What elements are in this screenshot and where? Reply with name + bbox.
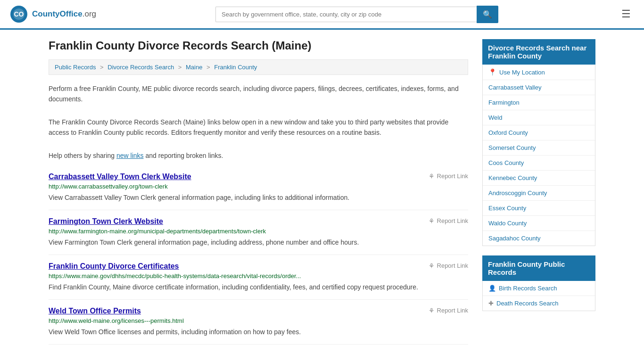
- result-header: Farmington Town Clerk Website ⚘ Report L…: [49, 217, 468, 226]
- breadcrumb: Public Records > Divorce Records Search …: [49, 59, 468, 75]
- sidebar-public-records-list: 👤 Birth Records Search ✚ Death Records S…: [482, 281, 595, 311]
- result-url-0: http://www.carrabassettvalley.org/town-c…: [49, 183, 468, 190]
- sidebar-nearby-item-8: Essex County: [483, 201, 595, 216]
- result-header: Weld Town Office Permits ⚘ Report Link: [49, 307, 468, 315]
- result-desc-3: View Weld Town Office licenses and permi…: [49, 327, 468, 337]
- breadcrumb-divorce-records[interactable]: Divorce Records Search: [107, 64, 174, 71]
- description-para3: Help others by sharing new links and rep…: [49, 150, 468, 161]
- breadcrumb-maine[interactable]: Maine: [186, 64, 202, 71]
- report-link-2[interactable]: ⚘ Report Link: [429, 262, 468, 270]
- result-item: Franklin County Divorce Certificates ⚘ R…: [49, 255, 468, 300]
- menu-button[interactable]: ☰: [618, 6, 635, 22]
- breadcrumb-sep-2: >: [178, 64, 183, 71]
- sidebar-nearby-item-5: Coos County: [483, 156, 595, 171]
- breadcrumb-sep-1: >: [100, 64, 105, 71]
- logo-text: CountyOffice.org: [32, 9, 96, 19]
- sidebar-nearby-item-7: Androscoggin County: [483, 186, 595, 201]
- sidebar-nearby-item-0: Carrabassett Valley: [483, 80, 595, 95]
- sidebar-nearby-links: Carrabassett ValleyFarmingtonWeldOxford …: [483, 80, 595, 246]
- sidebar-nearby-section: Divorce Records Search near Franklin Cou…: [482, 39, 595, 246]
- search-input[interactable]: [215, 7, 477, 22]
- result-url-2: https://www.maine.gov/dhhs/mecdc/public-…: [49, 272, 468, 280]
- report-label-3: Report Link: [437, 307, 468, 314]
- sidebar-public-records-header: Franklin County Public Records: [482, 255, 595, 281]
- result-url-3: http://www.weld-maine.org/licenses---per…: [49, 317, 468, 324]
- sidebar-nearby-item-3: Oxford County: [483, 125, 595, 140]
- sidebar-nearby-link-1[interactable]: Farmington: [488, 99, 520, 106]
- sidebar-public-records-links: 👤 Birth Records Search ✚ Death Records S…: [483, 281, 595, 311]
- sidebar-nearby-item-6: Kennebec County: [483, 171, 595, 186]
- result-desc-2: Find Franklin County, Maine divorce cert…: [49, 282, 468, 292]
- sidebar-pr-icon-0: 👤: [488, 285, 496, 292]
- sidebar-nearby-link-8[interactable]: Essex County: [488, 205, 526, 212]
- sidebar-nearby-link-4[interactable]: Somerset County: [488, 144, 536, 151]
- sidebar-nearby-link-6[interactable]: Kennebec County: [488, 174, 537, 181]
- result-desc-0: View Carrabassett Valley Town Clerk gene…: [49, 193, 468, 203]
- sidebar-nearby-item-2: Weld: [483, 110, 595, 125]
- logo[interactable]: CO CountyOffice.org: [9, 5, 96, 24]
- report-icon-1: ⚘: [429, 217, 435, 225]
- sidebar-pr-item-0: 👤 Birth Records Search: [483, 281, 595, 296]
- sidebar-nearby-header: Divorce Records Search near Franklin Cou…: [482, 39, 595, 65]
- report-label-2: Report Link: [437, 262, 468, 269]
- sidebar-nearby-link-9[interactable]: Waldo County: [488, 220, 527, 227]
- result-title-3[interactable]: Weld Town Office Permits: [49, 307, 141, 315]
- sidebar-nearby-item-1: Farmington: [483, 95, 595, 110]
- sidebar-nearby-link-0[interactable]: Carrabassett Valley: [488, 84, 541, 91]
- description-para1: Perform a free Franklin County, ME publi…: [49, 83, 468, 105]
- use-my-location-link[interactable]: Use My Location: [499, 69, 545, 76]
- result-title-2[interactable]: Franklin County Divorce Certificates: [49, 262, 179, 271]
- breadcrumb-franklin-county[interactable]: Franklin County: [214, 64, 257, 71]
- breadcrumb-sep-3: >: [206, 64, 212, 71]
- header: CO CountyOffice.org 🔍 ☰: [0, 0, 644, 30]
- main-container: Franklin County Divorce Records Search (…: [39, 30, 605, 354]
- logo-icon: CO: [9, 5, 28, 24]
- sidebar-pr-item-1: ✚ Death Records Search: [483, 296, 595, 311]
- new-links-link[interactable]: new links: [116, 152, 144, 159]
- sidebar-nearby-list: 📍 Use My Location Carrabassett ValleyFar…: [482, 65, 595, 246]
- report-icon-3: ⚘: [429, 307, 435, 314]
- result-header: Carrabassett Valley Town Clerk Website ⚘…: [49, 173, 468, 181]
- sidebar-nearby-link-3[interactable]: Oxford County: [488, 129, 528, 136]
- result-item: Carrabassett Valley Town Clerk Website ⚘…: [49, 165, 468, 210]
- result-header: Franklin County Divorce Certificates ⚘ R…: [49, 262, 468, 271]
- sidebar-pr-link-0[interactable]: Birth Records Search: [499, 285, 557, 292]
- search-area: 🔍: [215, 6, 498, 23]
- report-label-1: Report Link: [437, 217, 468, 224]
- svg-text:CO: CO: [14, 10, 24, 18]
- sidebar-pr-link-1[interactable]: Death Records Search: [496, 300, 559, 307]
- sidebar-nearby-link-10[interactable]: Sagadahoc County: [488, 235, 541, 242]
- content-area: Franklin County Divorce Records Search (…: [49, 39, 468, 345]
- report-link-3[interactable]: ⚘ Report Link: [429, 307, 468, 314]
- breadcrumb-public-records[interactable]: Public Records: [55, 64, 96, 71]
- report-link-0[interactable]: ⚘ Report Link: [429, 173, 468, 180]
- result-title-0[interactable]: Carrabassett Valley Town Clerk Website: [49, 173, 191, 181]
- page-title: Franklin County Divorce Records Search (…: [49, 39, 468, 52]
- description-para2: The Franklin County Divorce Records Sear…: [49, 117, 468, 138]
- result-desc-1: View Farmington Town Clerk general infor…: [49, 238, 468, 247]
- report-icon-2: ⚘: [429, 262, 435, 270]
- sidebar-nearby-item-9: Waldo County: [483, 216, 595, 231]
- sidebar-nearby-link-5[interactable]: Coos County: [488, 159, 524, 166]
- sidebar: Divorce Records Search near Franklin Cou…: [482, 39, 595, 345]
- result-item: Weld Town Office Permits ⚘ Report Link h…: [49, 300, 468, 345]
- sidebar-pr-icon-1: ✚: [488, 300, 494, 307]
- report-link-1[interactable]: ⚘ Report Link: [429, 217, 468, 225]
- report-label-0: Report Link: [437, 173, 468, 180]
- sidebar-nearby-link-7[interactable]: Androscoggin County: [488, 189, 547, 197]
- location-pin-icon: 📍: [488, 68, 496, 76]
- results-container: Carrabassett Valley Town Clerk Website ⚘…: [49, 165, 468, 345]
- header-right: ☰: [618, 6, 635, 22]
- sidebar-public-records-section: Franklin County Public Records 👤 Birth R…: [482, 255, 595, 311]
- sidebar-nearby-item-4: Somerset County: [483, 140, 595, 156]
- result-item: Farmington Town Clerk Website ⚘ Report L…: [49, 210, 468, 255]
- result-url-1: http://www.farmington-maine.org/municipa…: [49, 228, 468, 235]
- sidebar-use-location[interactable]: 📍 Use My Location: [483, 65, 595, 80]
- search-button[interactable]: 🔍: [477, 6, 498, 23]
- report-icon-0: ⚘: [429, 173, 435, 180]
- sidebar-nearby-link-2[interactable]: Weld: [488, 114, 502, 121]
- sidebar-nearby-item-10: Sagadahoc County: [483, 231, 595, 246]
- result-title-1[interactable]: Farmington Town Clerk Website: [49, 217, 163, 226]
